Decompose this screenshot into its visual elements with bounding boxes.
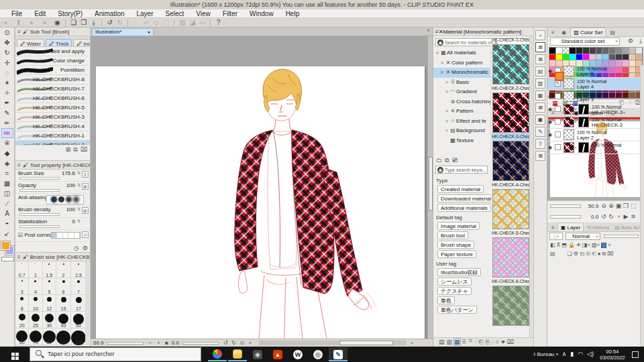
selection-tool[interactable]: ◌ — [1, 68, 13, 78]
notification-center-icon[interactable] — [632, 351, 639, 358]
text-tool[interactable]: A — [1, 208, 13, 219]
brush-size-cell[interactable]: 4 — [29, 278, 42, 295]
brush-size-cell[interactable]: 7 — [71, 278, 87, 295]
clip-studio-paint-app[interactable]: ✎ — [329, 347, 347, 361]
layer-visibility-icon[interactable]: ◉ — [548, 94, 554, 99]
collapse-left-panel-icon[interactable]: « — [0, 19, 11, 27]
brush-size-cell[interactable]: 60 — [15, 328, 29, 345]
property-option-button[interactable]: ⊘ — [82, 207, 89, 214]
zoom-tool[interactable]: ⊙ — [1, 27, 13, 38]
brush-item[interactable]: Paint and apply — [15, 47, 90, 56]
brush-size-cell[interactable]: 0.7 — [15, 261, 29, 278]
edit-color-set-button[interactable]: ⚙ — [628, 38, 633, 44]
taskbar-clock[interactable]: 00:5403/03/2022 — [600, 349, 625, 361]
material-color-pattern-button[interactable]: ⊠ — [535, 54, 545, 64]
material-search-button[interactable]: ⌕ — [535, 30, 545, 40]
brush-item[interactable]: HK-CHECKBRUSH-7 — [15, 84, 90, 94]
property-slider[interactable] — [19, 189, 60, 192]
material-edit-button[interactable]: ✎ — [535, 127, 545, 137]
filter-tag[interactable]: Paper texture — [437, 250, 476, 258]
canvas-hscroll-thumb[interactable] — [339, 341, 393, 345]
brush-size-cell[interactable]: 10 — [29, 295, 42, 312]
brush-item[interactable]: HK-CHECKBRUSH-5 — [15, 103, 90, 113]
panel-menu-icon[interactable]: ≡ — [17, 29, 21, 35]
material-item-label[interactable]: HK-CHECK-1-Check — [492, 36, 530, 44]
color-swatch[interactable] — [616, 48, 623, 54]
property-slider[interactable] — [19, 177, 60, 180]
ruler-tool[interactable]: ⟋ — [1, 198, 13, 208]
layer-visibility-icon[interactable]: ◉ — [548, 68, 554, 74]
brush-item[interactable]: HK-CHECKBRUSH-2 — [15, 141, 90, 145]
material-upload-button[interactable]: ⇧ — [535, 139, 545, 149]
zoom-in-button[interactable]: + — [155, 339, 162, 347]
filter-tag[interactable]: Image material — [437, 222, 480, 230]
pen-tool[interactable]: ✒ — [1, 98, 13, 108]
material-tree-item[interactable]: v▦All materials — [433, 48, 490, 58]
help-button[interactable]: ? — [213, 18, 223, 27]
scroll-right-icon[interactable]: > — [409, 339, 415, 347]
canvas-rotation-slider[interactable] — [182, 342, 219, 345]
filter-tag[interactable]: テクスチャ — [437, 287, 472, 295]
color-swatch[interactable] — [602, 48, 609, 54]
color-swatch[interactable] — [549, 48, 556, 54]
select-move-button[interactable]: ▱ — [141, 18, 151, 27]
brush-size-cell[interactable]: 2.5 — [71, 261, 87, 278]
brush-size-cell[interactable]: 20 — [15, 312, 29, 328]
taskbar-search-field[interactable]: Taper ici pour rechercher — [30, 347, 201, 361]
favorite-button[interactable]: ♥ — [501, 339, 504, 345]
panel-menu-icon[interactable]: ≡ — [17, 162, 21, 168]
filter-tag[interactable]: Downloaded material — [437, 194, 491, 202]
filter-tag[interactable]: IllustStudio収録 — [437, 268, 481, 276]
color-swatch[interactable] — [549, 54, 556, 61]
tag-search-field[interactable]: ◉Type search keyw... — [435, 166, 488, 174]
menu-edit[interactable]: Edit — [28, 9, 52, 18]
select-border-button[interactable]: ⬚ — [161, 18, 171, 27]
brush-tool[interactable]: ✏ — [1, 118, 13, 128]
chrome-app[interactable] — [208, 347, 227, 361]
brush-size-cell[interactable]: 12 — [43, 295, 56, 312]
color-swatch[interactable] — [583, 54, 590, 61]
brush-item[interactable]: HK-CHECKBRUSH-8 — [15, 75, 90, 84]
layer-visibility-icon[interactable]: ◉ — [548, 107, 554, 112]
layer-thumbnail[interactable] — [564, 91, 574, 102]
invert-selection-button[interactable]: ◪ — [187, 18, 197, 27]
brush-size-cell[interactable]: 8 — [15, 295, 29, 312]
material-thumbnail[interactable] — [492, 237, 529, 278]
menu-window[interactable]: Window — [244, 9, 280, 18]
explorer-app[interactable] — [228, 347, 247, 361]
color-swatch[interactable] — [583, 48, 590, 54]
color-swatch[interactable] — [570, 48, 576, 54]
layer-mask-thumbnail[interactable] — [578, 104, 589, 115]
view-thumbnail-button[interactable]: ▦ — [454, 339, 460, 345]
rotate-view-tool[interactable]: ↻ — [1, 48, 13, 58]
frame-border-tool[interactable]: ◫ — [1, 188, 13, 198]
view-thumbnail-small-button[interactable]: ▤ — [439, 339, 445, 345]
brush-item[interactable]: Color change — [15, 56, 90, 66]
layer-mask-thumbnail[interactable] — [578, 142, 589, 153]
wattpad-app[interactable]: W — [288, 347, 307, 361]
tool-property-header[interactable]: ≡🖌Tool property [HK-CHECKBRU — [15, 161, 90, 170]
color-swatch[interactable] — [556, 54, 563, 61]
material-thumbnail[interactable] — [492, 286, 529, 326]
eyedropper-tool[interactable]: ✧ — [1, 88, 13, 98]
desktop-label[interactable]: Bureau — [537, 351, 554, 357]
layer-visibility-icon[interactable]: ◉ — [548, 145, 554, 150]
decoration-tool[interactable]: ◆ — [1, 148, 13, 158]
hk-check-brush-tool[interactable]: HK — [1, 128, 13, 138]
brush-size-cell[interactable]: 1 — [29, 261, 42, 278]
material-3d-button[interactable]: ▦ — [535, 90, 545, 101]
spinner-icon[interactable]: ⇅ — [77, 219, 80, 223]
menu-filter[interactable]: Filter — [217, 9, 244, 18]
tree-expand-icon[interactable]: > — [444, 78, 449, 88]
advanced-settings-button[interactable]: ⚙ — [83, 245, 88, 251]
move-tool[interactable]: ✛ — [1, 58, 13, 68]
battery-icon[interactable]: ▮ — [570, 347, 574, 362]
material-thumbnail[interactable] — [492, 93, 529, 133]
brush-size-cell[interactable]: 30 — [43, 312, 56, 328]
color-swatch[interactable] — [629, 54, 636, 61]
material-tree-item[interactable]: >⁘Effect and fe — [433, 117, 490, 127]
material-image-button[interactable]: ▥ — [535, 78, 545, 88]
color-swatch[interactable] — [623, 48, 629, 54]
material-tree-item[interactable]: >◠Gradient — [433, 87, 490, 97]
hand-tool[interactable]: ✥ — [1, 38, 13, 48]
